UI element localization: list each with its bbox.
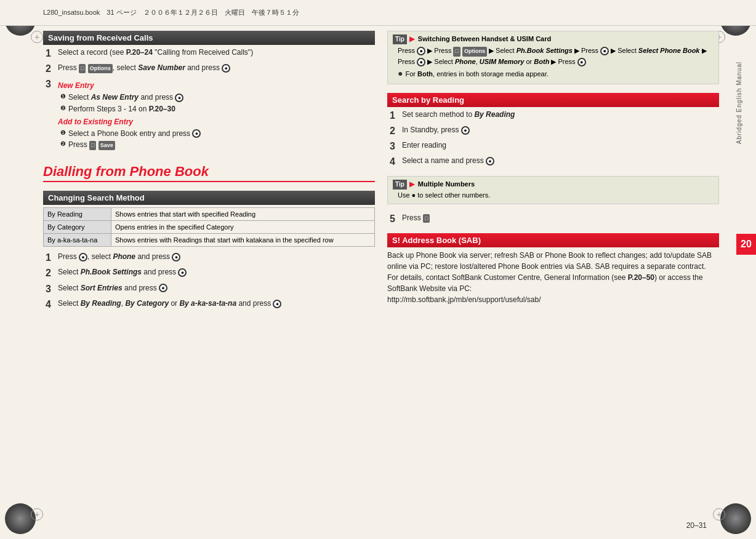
main-content: Saving from Received Calls 1 Select a re… [43, 31, 719, 514]
changing-section: Changing Search Method By Reading Shows … [43, 191, 375, 314]
table-label-category: By Category [44, 221, 111, 234]
left-column: Saving from Received Calls 1 Select a re… [43, 31, 375, 514]
saving-steps: 1 Select a record (see P.20–24 "Calling … [43, 47, 375, 151]
search-step-2: 2 In Standby, press ● [390, 125, 719, 137]
corner-ornament-br [720, 503, 751, 534]
tip-arrow-1: ▶ [409, 34, 414, 44]
tip-arrow-2: ▶ [409, 180, 414, 189]
table-row-akasatana: By a-ka-sa-ta-na Shows entries with Read… [44, 234, 375, 247]
tip-title-1: Switching Between Handset & USIM Card [418, 34, 551, 44]
search-steps: 1 Set search method to By Reading 2 In S… [387, 110, 719, 168]
step-text-2: Press □ Options, select Save Number and … [58, 63, 375, 74]
step-num-2: 2 [46, 63, 55, 74]
new-entry-substeps: ❶ Select As New Entry and press ● ❷ Perf… [60, 92, 375, 114]
step-num-3: 3 [46, 78, 55, 151]
add-existing-sub-2: ❷ Press □ Save [60, 140, 375, 150]
search-table-body: By Reading Shows entries that start with… [44, 208, 375, 247]
sidebar-vertical-label: Abridged English Manual [736, 62, 742, 144]
search-method-table: By Reading Shows entries that start with… [43, 207, 375, 247]
saving-section-header: Saving from Received Calls [43, 31, 375, 45]
step-text-3: New Entry ❶ Select As New Entry and pres… [58, 78, 375, 151]
tip-header-2: Tip ▶ Multiple Numbers [393, 180, 714, 190]
tip1-bullet: ● For Both, entries in both storage medi… [398, 69, 714, 79]
tip-label-2: Tip [393, 180, 407, 190]
tip2-content: Use ● to select other numbers. [393, 191, 714, 200]
changing-step-3: 3 Select Sort Entries and press ● [46, 283, 375, 295]
changing-step-2: 2 Select Ph.Book Settings and press ● [46, 267, 375, 279]
saving-step-3: 3 New Entry ❶ Select As New Entry and pr… [46, 78, 375, 151]
sab-text: Back up Phone Book via server; refresh S… [387, 250, 719, 305]
changing-steps: 1 Press ●, select Phone and press ● 2 Se… [43, 252, 375, 310]
search-section: Search by Reading 1 Set search method to… [387, 93, 719, 172]
search-step-3: 3 Enter reading [390, 140, 719, 152]
saving-section: Saving from Received Calls 1 Select a re… [43, 31, 375, 155]
page-number: 20–31 [686, 521, 707, 530]
tip-box-1: Tip ▶ Switching Between Handset & USIM C… [387, 31, 719, 84]
sab-section-header: S! Address Book (SAB) [387, 233, 719, 247]
chapter-tab: 20 [736, 234, 756, 255]
search-step-4: 4 Select a name and press ● [390, 156, 719, 167]
corner-ornament-bl [5, 503, 36, 534]
tip-header-1: Tip ▶ Switching Between Handset & USIM C… [393, 34, 714, 44]
header-text: L280_insatsu.book 31 ページ ２００６年１２月２６日 火曜日… [43, 8, 299, 17]
changing-section-header: Changing Search Method [43, 191, 375, 205]
dialling-title: Dialling from Phone Book [43, 164, 375, 182]
search-section-header: Search by Reading [387, 93, 719, 107]
table-desc-akasatana: Shows entries with Readings that start w… [111, 234, 375, 247]
new-entry-title: New Entry [58, 81, 375, 91]
changing-step-4: 4 Select By Reading, By Category or By a… [46, 298, 375, 310]
tip1-content: Press ● ▶ Press □ Options ▶ Select Ph.Bo… [393, 46, 714, 79]
table-label-reading: By Reading [44, 208, 111, 221]
table-label-akasatana: By a-ka-sa-ta-na [44, 234, 111, 247]
new-entry-sub-2: ❷ Perform Steps 3 - 14 on P.20–30 [60, 104, 375, 114]
header-bar: L280_insatsu.book 31 ページ ２００６年１２月２６日 火曜日… [0, 0, 756, 26]
tip-title-2: Multiple Numbers [418, 180, 475, 189]
table-row-category: By Category Opens entries in the specifi… [44, 221, 375, 234]
search-step-1: 1 Set search method to By Reading [390, 110, 719, 121]
changing-step-1: 1 Press ●, select Phone and press ● [46, 252, 375, 263]
saving-step-2: 2 Press □ Options, select Save Number an… [46, 63, 375, 74]
add-existing-substeps: ❶ Select a Phone Book entry and press ● … [60, 129, 375, 151]
reg-mark-bl [31, 508, 43, 521]
reg-mark-tl [31, 31, 43, 43]
right-column: Tip ▶ Switching Between Handset & USIM C… [387, 31, 719, 514]
add-existing-sub-1: ❶ Select a Phone Book entry and press ● [60, 129, 375, 139]
step-text-1: Select a record (see P.20–24 "Calling fr… [58, 47, 375, 59]
tip-box-2: Tip ▶ Multiple Numbers Use ● to select o… [387, 176, 719, 204]
sab-section: S! Address Book (SAB) Back up Phone Book… [387, 233, 719, 305]
table-desc-reading: Shows entries that start with specified … [111, 208, 375, 221]
new-entry-sub-1: ❶ Select As New Entry and press ● [60, 92, 375, 103]
table-desc-category: Opens entries in the specified Category [111, 221, 375, 234]
step-num-1: 1 [46, 47, 55, 59]
step5-container: 5 Press □ [387, 213, 719, 228]
table-row-reading: By Reading Shows entries that start with… [44, 208, 375, 221]
add-existing-title: Add to Existing Entry [58, 117, 375, 127]
step-5: 5 Press □ [390, 213, 719, 225]
tip-label-1: Tip [393, 34, 407, 44]
saving-step-1: 1 Select a record (see P.20–24 "Calling … [46, 47, 375, 59]
